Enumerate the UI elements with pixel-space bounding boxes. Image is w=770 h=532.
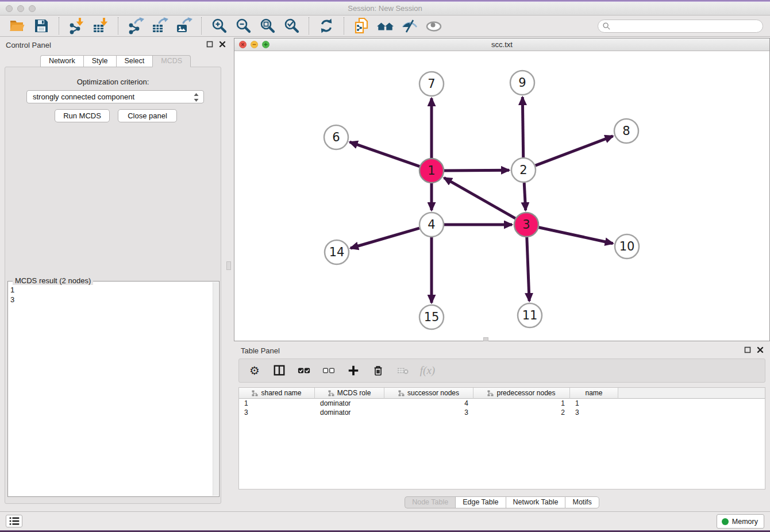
edge-3-1[interactable] bbox=[444, 178, 515, 218]
refresh-view-icon[interactable] bbox=[317, 17, 336, 35]
svg-text:6: 6 bbox=[332, 130, 340, 144]
open-session-icon[interactable] bbox=[8, 17, 26, 35]
svg-text:2: 2 bbox=[519, 163, 527, 177]
control-panel-tabs: NetworkStyleSelectMCDS bbox=[0, 55, 231, 67]
edge-1-2[interactable] bbox=[444, 170, 509, 171]
zoom-out-icon[interactable] bbox=[234, 17, 252, 35]
delete-columns-icon[interactable] bbox=[371, 363, 386, 378]
tab-edge-table[interactable]: Edge Table bbox=[455, 496, 505, 508]
control-panel-header: Control Panel bbox=[0, 37, 231, 52]
ndex-home-icon[interactable] bbox=[376, 17, 395, 35]
cell-name[interactable]: 3 bbox=[570, 408, 618, 417]
graph-node-7[interactable]: 7 bbox=[419, 72, 444, 96]
table-row-1[interactable]: 1dominator411 bbox=[239, 399, 765, 408]
zoom-in-icon[interactable] bbox=[210, 17, 228, 35]
edge-4-14[interactable] bbox=[351, 228, 419, 248]
cell-successor-nodes[interactable]: 4 bbox=[384, 399, 473, 408]
graph-node-9[interactable]: 9 bbox=[510, 71, 534, 95]
graph-node-1[interactable]: 1 bbox=[419, 159, 444, 183]
graph-node-6[interactable]: 6 bbox=[324, 125, 348, 149]
deselect-all-columns-icon[interactable] bbox=[321, 363, 336, 378]
import-table-icon[interactable] bbox=[91, 17, 110, 35]
table-options-gear-icon[interactable]: ⚙ bbox=[247, 363, 262, 378]
close-panel-button[interactable]: Close panel bbox=[118, 109, 177, 122]
cell-mcds-role[interactable]: dominator bbox=[315, 408, 384, 417]
table-float-panel-icon[interactable] bbox=[744, 346, 752, 354]
tab-select[interactable]: Select bbox=[116, 55, 153, 67]
vertical-splitter-handle[interactable] bbox=[226, 261, 231, 270]
column-header-shared-name[interactable]: shared name bbox=[239, 388, 315, 399]
table-panel-header: Table Panel bbox=[234, 342, 770, 357]
export-image-icon[interactable] bbox=[175, 17, 193, 35]
cell-predecessor-nodes[interactable]: 2 bbox=[473, 408, 570, 417]
cell-shared-name[interactable]: 3 bbox=[239, 408, 315, 417]
zoom-fit-icon[interactable] bbox=[258, 17, 276, 35]
graph-node-4[interactable]: 4 bbox=[419, 213, 444, 237]
column-header-predecessor-nodes[interactable]: predecessor nodes bbox=[473, 388, 570, 399]
search-input[interactable] bbox=[598, 20, 763, 33]
ndex-copy-icon[interactable] bbox=[352, 17, 371, 35]
graph-node-8[interactable]: 8 bbox=[614, 119, 638, 143]
svg-text:3: 3 bbox=[522, 218, 530, 232]
graph-node-15[interactable]: 15 bbox=[419, 305, 444, 329]
toolbar-groups bbox=[0, 17, 451, 35]
edge-2-9[interactable] bbox=[522, 97, 523, 157]
edge-2-8[interactable] bbox=[536, 136, 613, 165]
tab-style[interactable]: Style bbox=[83, 55, 116, 67]
close-panel-icon[interactable] bbox=[218, 40, 226, 48]
graph-node-3[interactable]: 3 bbox=[514, 213, 538, 237]
table-close-panel-icon[interactable] bbox=[756, 346, 764, 354]
tab-node-table[interactable]: Node Table bbox=[405, 496, 455, 508]
horizontal-splitter-handle[interactable] bbox=[483, 337, 488, 341]
fx-builder-icon: f(x) bbox=[420, 363, 435, 378]
graph-node-2[interactable]: 2 bbox=[511, 158, 536, 182]
memory-status-dot bbox=[722, 518, 729, 525]
edge-3-10[interactable] bbox=[539, 228, 613, 244]
float-panel-icon[interactable] bbox=[206, 40, 214, 48]
save-session-icon[interactable] bbox=[32, 17, 51, 35]
control-panel: Control Panel NetworkStyleSelectMCDS Opt… bbox=[0, 37, 231, 511]
tab-network[interactable]: Network bbox=[40, 55, 83, 67]
edge-2-3[interactable] bbox=[524, 183, 526, 210]
edge-1-6[interactable] bbox=[350, 142, 420, 167]
network-window-titlebar[interactable]: scc.txt bbox=[234, 38, 769, 51]
add-column-icon[interactable] bbox=[346, 363, 361, 378]
cell-name[interactable]: 1 bbox=[570, 399, 618, 408]
svg-text:8: 8 bbox=[622, 124, 630, 138]
cell-predecessor-nodes[interactable]: 1 bbox=[473, 399, 570, 408]
cell-successor-nodes[interactable]: 3 bbox=[384, 408, 473, 417]
result-scrollbar[interactable] bbox=[213, 282, 218, 496]
export-network-icon[interactable] bbox=[126, 17, 145, 35]
export-table-icon[interactable] bbox=[151, 17, 169, 35]
cell-shared-name[interactable]: 1 bbox=[239, 399, 315, 408]
show-eye-icon[interactable] bbox=[425, 17, 443, 35]
column-header-mcds-role[interactable]: MCDS role bbox=[315, 388, 384, 399]
tab-mcds[interactable]: MCDS bbox=[152, 55, 191, 67]
select-all-columns-icon[interactable] bbox=[297, 363, 311, 378]
tab-motifs[interactable]: Motifs bbox=[565, 496, 599, 508]
task-history-button[interactable] bbox=[6, 515, 22, 527]
optimization-criterion-select[interactable]: strongly connected component bbox=[26, 90, 204, 103]
graph-node-11[interactable]: 11 bbox=[518, 303, 542, 327]
graph-node-10[interactable]: 10 bbox=[615, 234, 639, 259]
network-canvas[interactable]: 1234678910111415 bbox=[234, 51, 769, 341]
title-bar: Session: New Session bbox=[0, 2, 770, 16]
svg-text:15: 15 bbox=[424, 310, 440, 324]
memory-button[interactable]: Memory bbox=[717, 514, 764, 529]
show-columns-icon[interactable] bbox=[272, 363, 287, 378]
hide-eye-icon[interactable] bbox=[401, 17, 419, 35]
graph-node-14[interactable]: 14 bbox=[325, 240, 349, 264]
table-row-2[interactable]: 3dominator323 bbox=[239, 408, 765, 417]
network-window-title: scc.txt bbox=[234, 40, 769, 49]
run-mcds-button[interactable]: Run MCDS bbox=[55, 109, 110, 122]
import-network-icon[interactable] bbox=[67, 17, 86, 35]
column-header-successor-nodes[interactable]: successor nodes bbox=[384, 388, 473, 399]
column-header-name[interactable]: name bbox=[570, 388, 618, 399]
tab-network-table[interactable]: Network Table bbox=[506, 496, 565, 508]
mcds-result-line: 1 bbox=[10, 285, 211, 295]
zoom-selected-icon[interactable] bbox=[282, 17, 301, 35]
edge-3-11[interactable] bbox=[527, 237, 529, 301]
mcds-tab-content: Optimization criterion: strongly connect… bbox=[5, 67, 221, 504]
mcds-result-lines[interactable]: 13 bbox=[10, 285, 211, 494]
cell-mcds-role[interactable]: dominator bbox=[315, 399, 384, 408]
